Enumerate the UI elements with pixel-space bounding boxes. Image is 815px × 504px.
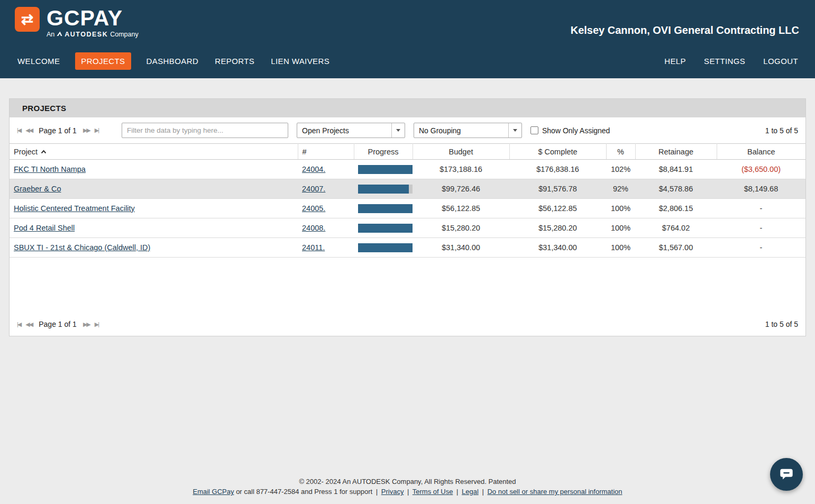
budget-value: $173,188.16	[413, 160, 509, 179]
percent-value: 92%	[606, 179, 635, 199]
user-name: Kelsey Cannon, OVI General Contracting L…	[571, 24, 799, 36]
balance-value: -	[717, 218, 805, 238]
progress-bar	[358, 185, 413, 194]
legal-link[interactable]: Legal	[462, 488, 479, 496]
column-header-project[interactable]: Project	[10, 144, 298, 160]
project-number-link[interactable]: 24011.	[302, 243, 325, 252]
page-indicator: Page 1 of 1	[39, 320, 77, 328]
project-status-value: Open Projects	[297, 126, 391, 135]
show-only-assigned-checkbox[interactable]	[530, 126, 538, 134]
nav-settings[interactable]: SETTINGS	[703, 52, 746, 70]
progress-bar	[358, 243, 413, 252]
project-link[interactable]: Graeber & Co	[14, 185, 61, 193]
column-header-budget[interactable]: Budget	[413, 144, 509, 160]
progress-bar	[358, 165, 413, 174]
show-only-assigned-group: Show Only Assigned	[530, 126, 610, 135]
column-header-percent[interactable]: %	[606, 144, 635, 160]
prev-page-button[interactable]: ◀◀	[25, 321, 32, 328]
record-range-top: 1 to 5 of 5	[765, 126, 798, 135]
brand-sub-suffix: Company	[110, 31, 139, 38]
project-status-dropdown[interactable]: Open Projects	[297, 123, 405, 138]
balance-value: ($3,650.00)	[717, 160, 805, 179]
nav-logout[interactable]: LOGOUT	[762, 52, 799, 70]
last-page-button[interactable]: ▶|	[95, 321, 98, 328]
projects-panel: PROJECTS |◀ ◀◀ Page 1 of 1 ▶▶ ▶| Open Pr…	[9, 98, 806, 336]
next-page-button[interactable]: ▶▶	[83, 321, 90, 328]
copyright-text: © 2002- 2024 An AUTODESK Company, All Ri…	[0, 476, 815, 487]
column-header-progress[interactable]: Progress	[354, 144, 413, 160]
nav-dashboard[interactable]: DASHBOARD	[145, 52, 200, 70]
pager-bottom: |◀ ◀◀ Page 1 of 1 ▶▶ ▶|	[17, 320, 113, 328]
main-nav: WELCOME PROJECTS DASHBOARD REPORTS LIEN …	[0, 50, 815, 78]
column-header-number[interactable]: #	[298, 144, 354, 160]
nav-help[interactable]: HELP	[663, 52, 687, 70]
retainage-value: $764.02	[635, 218, 717, 238]
percent-value: 100%	[606, 238, 635, 258]
first-page-button[interactable]: |◀	[17, 321, 21, 328]
table-row: Graeber & Co 24007. $99,726.46 $91,576.7…	[10, 179, 805, 199]
support-line: Email GCPay or call 877-447-2584 and Pre…	[0, 487, 815, 497]
privacy-link[interactable]: Privacy	[381, 488, 404, 496]
project-link[interactable]: Pod 4 Retail Shell	[14, 224, 75, 232]
chevron-down-icon	[396, 129, 400, 132]
pager-top: |◀ ◀◀ Page 1 of 1 ▶▶ ▶|	[17, 126, 113, 135]
retainage-value: $8,841.91	[635, 160, 717, 179]
retainage-value: $4,578.86	[635, 179, 717, 199]
record-range-bottom: 1 to 5 of 5	[765, 320, 798, 328]
progress-bar	[358, 224, 413, 233]
budget-value: $31,340.00	[413, 238, 509, 258]
filter-input[interactable]	[122, 123, 288, 138]
nav-lien-waivers[interactable]: LIEN WAIVERS	[270, 52, 331, 70]
percent-value: 100%	[606, 199, 635, 218]
show-only-assigned-label: Show Only Assigned	[542, 126, 610, 135]
column-header-complete[interactable]: $ Complete	[509, 144, 606, 160]
next-page-button[interactable]: ▶▶	[83, 127, 90, 134]
gcpay-logo[interactable]: ⇄ GCPAY An AUTODESK Company	[15, 7, 139, 38]
app-header: ⇄ GCPAY An AUTODESK Company Kelsey Canno…	[0, 0, 815, 78]
brand-name: GCPAY	[47, 7, 139, 29]
project-link[interactable]: SBUX TI - 21st & Chicago (Caldwell, ID)	[14, 243, 150, 252]
grouping-value: No Grouping	[414, 126, 508, 135]
page-footer: © 2002- 2024 An AUTODESK Company, All Ri…	[0, 476, 815, 497]
grouping-dropdown-button[interactable]	[508, 123, 521, 138]
percent-value: 100%	[606, 218, 635, 238]
project-number-link[interactable]: 24004.	[302, 165, 325, 173]
chat-button[interactable]	[770, 458, 803, 491]
grid-toolbar: |◀ ◀◀ Page 1 of 1 ▶▶ ▶| Open Projects No…	[10, 117, 805, 143]
grid-bottom-bar: |◀ ◀◀ Page 1 of 1 ▶▶ ▶| 1 to 5 of 5	[10, 314, 805, 336]
project-status-dropdown-button[interactable]	[391, 123, 405, 138]
projects-table: Project # Progress Budget $ Complete % R…	[10, 143, 805, 258]
progress-bar	[358, 204, 413, 213]
main-content: PROJECTS |◀ ◀◀ Page 1 of 1 ▶▶ ▶| Open Pr…	[0, 78, 815, 336]
nav-projects[interactable]: PROJECTS	[75, 52, 131, 70]
prev-page-button[interactable]: ◀◀	[25, 127, 32, 134]
first-page-button[interactable]: |◀	[17, 127, 21, 134]
support-text: or call 877-447-2584 and Press 1 for sup…	[236, 488, 372, 496]
complete-value: $31,340.00	[509, 238, 606, 258]
column-header-retainage[interactable]: Retainage	[635, 144, 717, 160]
balance-value: $8,149.68	[717, 179, 805, 199]
brand-sub-autodesk: AUTODESK	[65, 31, 108, 38]
nav-reports[interactable]: REPORTS	[214, 52, 255, 70]
complete-value: $91,576.78	[509, 179, 606, 199]
terms-of-use-link[interactable]: Terms of Use	[413, 488, 453, 496]
project-number-link[interactable]: 24005.	[302, 204, 325, 213]
budget-value: $56,122.85	[413, 199, 509, 218]
page-indicator: Page 1 of 1	[39, 126, 77, 135]
table-row: FKC TI North Nampa 24004. $173,188.16 $1…	[10, 160, 805, 179]
nav-welcome[interactable]: WELCOME	[16, 52, 61, 70]
project-link[interactable]: Holistic Centered Treatment Facility	[14, 204, 135, 213]
budget-value: $99,726.46	[413, 179, 509, 199]
email-gcpay-link[interactable]: Email GCPay	[193, 488, 234, 496]
project-link[interactable]: FKC TI North Nampa	[14, 165, 86, 173]
complete-value: $176,838.16	[509, 160, 606, 179]
table-row: Pod 4 Retail Shell 24008. $15,280.20 $15…	[10, 218, 805, 238]
project-number-link[interactable]: 24007.	[302, 185, 325, 193]
project-number-link[interactable]: 24008.	[302, 224, 325, 232]
do-not-sell-link[interactable]: Do not sell or share my personal informa…	[487, 488, 622, 496]
sort-asc-icon	[41, 147, 47, 155]
column-header-balance[interactable]: Balance	[717, 144, 805, 160]
last-page-button[interactable]: ▶|	[95, 127, 98, 134]
brand-sub-prefix: An	[47, 31, 54, 38]
grouping-dropdown[interactable]: No Grouping	[414, 123, 522, 138]
